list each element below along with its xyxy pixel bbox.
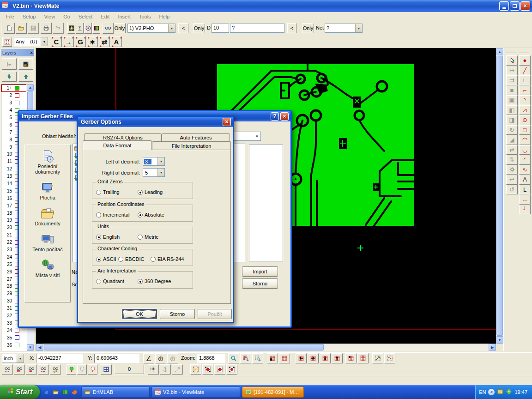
close-button[interactable]: × [520,1,530,11]
copy-item-tool[interactable]: ⇉ [506,75,518,85]
step-tool[interactable]: ⇅ [506,155,518,165]
rectangle-tool[interactable]: □ [519,125,531,135]
arc-down-tool[interactable]: ◡ [519,145,531,155]
task-messenger[interactable]: [191-482-091] - Mess... [242,387,304,398]
net-only-button[interactable]: Only [302,23,314,33]
flash-view-button[interactable] [67,23,75,34]
arc-point-tool[interactable]: ◝ [519,95,531,105]
select-flash-button[interactable]: ∗ [87,36,98,47]
select-mode-button[interactable] [2,37,12,47]
polyline-tool[interactable]: ∟ [519,75,531,85]
select-swap-button[interactable]: ⇄ [99,36,110,47]
inspect-trace-button[interactable] [38,364,49,375]
units-combo[interactable]: inch▼ [2,354,24,363]
layer-color-swatch[interactable] [15,86,19,91]
scroll-left-button[interactable]: ◀ [36,344,43,351]
scroll-up-button[interactable]: ▲ [496,48,503,55]
menu-setup[interactable]: Setup [18,13,40,20]
layer-color-swatch[interactable] [15,101,19,105]
select-group-button[interactable]: G [75,36,86,47]
highlight-target-button[interactable]: ⊕ [167,353,178,363]
mirror-h-tool[interactable]: ◨ [506,115,518,125]
film-view-button[interactable] [267,353,278,363]
restore-button[interactable] [510,1,520,11]
radio-360-degree[interactable]: 360 Degree [138,278,171,284]
inspect-edit-button[interactable] [50,364,61,375]
prev-dcode-button[interactable]: < [287,23,296,33]
place-recent[interactable]: Poslední dokumenty [25,150,70,175]
scroll-right-button[interactable]: ▶ [489,344,496,351]
move-layer-down-button[interactable] [2,72,17,82]
active-layer-combo[interactable]: 1) V2.PHO▼ [127,24,175,33]
net-combo[interactable]: ?▼ [325,24,363,33]
layer-scroll-up-button[interactable]: ▲ [27,84,34,91]
menu-tools[interactable]: Tools [135,13,155,20]
chevron-down-icon[interactable]: ▼ [41,37,48,46]
replace-tool[interactable]: ⇄ [506,145,518,155]
layer-only-button[interactable]: Only [114,23,126,33]
layer-row[interactable]: 3 [1,99,26,107]
menu-file[interactable]: File [2,13,18,20]
pan-left-button[interactable] [296,353,307,363]
window-tile-button[interactable] [101,364,112,375]
radio-ebcdic[interactable]: EBCDIC [118,256,145,262]
horizontal-scroll-thumb[interactable] [44,344,324,351]
cancel-button[interactable]: Storno [160,309,195,319]
scale-tool[interactable]: ◢ [506,135,518,145]
pad-tool[interactable]: ● [519,55,531,66]
radio-leading[interactable]: Leading [138,189,163,195]
gerber-dialog-titlebar[interactable]: Gerber Options × [78,117,233,127]
undo-tool[interactable]: ↩ [506,175,518,185]
layer-color-swatch[interactable] [15,335,19,340]
chevron-down-icon[interactable]: ▼ [17,354,24,363]
layer-color-swatch[interactable] [15,328,19,332]
highlight-outline-button[interactable] [88,364,97,375]
settings-tool[interactable] [506,165,518,175]
move-layer-up-button[interactable] [18,72,33,82]
layers-close-icon[interactable]: × [30,50,33,55]
circle-tool[interactable]: ⊙ [519,115,531,125]
print-button[interactable] [41,23,52,34]
dcode-only-button[interactable]: Only [193,23,205,33]
inspect-lines-button[interactable] [14,364,25,375]
start-button[interactable]: Start [0,385,40,399]
tray-chevron-icon[interactable]: < [488,389,495,395]
pointer-tool[interactable] [506,55,518,66]
radio-trailing[interactable]: Trailing [96,189,120,195]
inspect-button[interactable] [103,23,114,34]
dimension-tool[interactable]: ↔ [519,194,531,205]
new-file-button[interactable] [4,23,15,34]
gerber-close-button[interactable]: × [223,118,231,126]
pan-up-button[interactable] [332,353,343,363]
grid-view-button[interactable] [279,353,290,363]
vertical-scrollbar[interactable]: ▲ ▼ [496,48,503,344]
layer-row[interactable]: 36 [1,341,26,349]
active-layer-button[interactable] [2,58,17,70]
left-of-decimal-combo[interactable]: 3▼ [143,157,165,166]
curve-tool[interactable]: ∿ [519,165,531,175]
toolbar-grab-handle[interactable] [1,23,2,33]
ok-button[interactable]: OK [122,309,157,319]
horizontal-scrollbar[interactable]: ◀ ▶ [36,344,496,351]
layer-row[interactable]: 35 [1,334,26,341]
place-computer[interactable]: Tento počítač [25,233,70,252]
radio-ascii[interactable]: ASCII [96,256,116,262]
chevron-down-icon[interactable]: ▼ [254,132,260,140]
select-text-button[interactable]: A [111,36,122,47]
line-tool[interactable]: ╱ [519,66,531,76]
minimize-button[interactable] [499,1,509,11]
ql-book-icon[interactable] [62,389,68,395]
help-button[interactable]: ? [271,112,279,121]
radio-incremental[interactable]: Incremental [96,212,129,218]
radio-english[interactable]: English [96,234,120,240]
toolbar-grab-handle[interactable] [506,52,515,53]
layer-scroll-down-button[interactable]: ▼ [27,344,34,351]
place-documents[interactable]: Dokumenty [25,207,70,226]
arc-left-tool[interactable]: ◜ [519,155,531,165]
select-filter-combo[interactable]: Any (U)▼ [14,37,48,46]
zoom-value[interactable]: 1.8868 [197,354,225,363]
move-item-tool[interactable]: ↦ [506,66,518,76]
menu-view[interactable]: View [40,13,59,20]
center-target-button[interactable]: ⊕ [155,353,166,363]
radio-metric[interactable]: Metric [138,234,158,240]
